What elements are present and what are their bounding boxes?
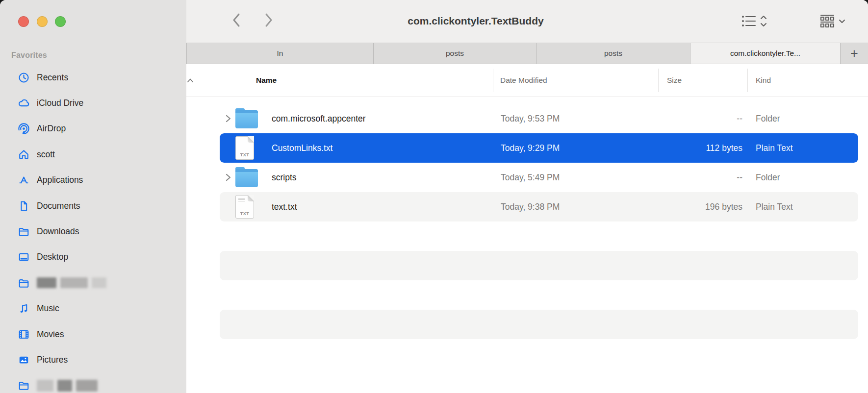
- sidebar-item-label: AirDrop: [37, 123, 66, 134]
- sidebar-item-label: Documents: [37, 201, 80, 211]
- column-header-size[interactable]: Size: [667, 64, 682, 97]
- sidebar-item-label: Movies: [37, 329, 64, 340]
- file-date-modified: Today, 5:49 PM: [501, 163, 560, 192]
- chevron-left-icon: [231, 13, 241, 29]
- column-header-date-modified[interactable]: Date Modified: [500, 64, 547, 97]
- sidebar-item-label: Music: [37, 303, 59, 314]
- app-store-icon: [17, 174, 30, 187]
- sidebar-item-recents[interactable]: Recents: [0, 65, 186, 90]
- tab-in[interactable]: In: [186, 43, 374, 64]
- file-kind: Folder: [756, 163, 780, 192]
- sidebar-item-redacted[interactable]: [0, 373, 186, 393]
- sidebar-item-label: Recents: [37, 73, 68, 83]
- sidebar-item-label: Downloads: [37, 226, 79, 237]
- sidebar-item-label: iCloud Drive: [37, 98, 83, 108]
- sidebar-item-airdrop[interactable]: AirDrop: [0, 116, 186, 142]
- document-icon: [17, 199, 30, 212]
- sidebar-item-label: Applications: [37, 175, 83, 185]
- sidebar-item-movies[interactable]: Movies: [0, 321, 186, 347]
- sidebar-item-icloud-drive[interactable]: iCloud Drive: [0, 90, 186, 116]
- window-title: com.clickontyler.TextBuddy: [304, 0, 647, 42]
- view-mode-button[interactable]: [738, 0, 770, 42]
- sidebar-item-redacted[interactable]: [0, 270, 186, 295]
- gallery-grid-icon: [819, 14, 835, 28]
- cloud-icon: [17, 97, 30, 110]
- text-file-icon: TXT: [235, 133, 254, 163]
- new-tab-button[interactable]: +: [841, 43, 868, 64]
- forward-button[interactable]: [258, 10, 280, 31]
- column-divider[interactable]: [747, 69, 748, 92]
- sidebar-item-music[interactable]: Music: [0, 296, 186, 321]
- file-kind: Plain Text: [756, 133, 793, 163]
- sidebar-item-documents[interactable]: Documents: [0, 193, 186, 219]
- folder-icon: [17, 225, 30, 238]
- folder-icon: [235, 104, 258, 133]
- txt-badge: TXT: [236, 152, 254, 157]
- table-row[interactable]: com.microsoft.appcenter Today, 9:53 PM -…: [220, 104, 858, 133]
- folder-icon: [17, 379, 30, 392]
- desktop-icon: [17, 251, 30, 264]
- sidebar-item-label: Desktop: [37, 252, 68, 262]
- file-kind: Plain Text: [756, 192, 793, 221]
- disclosure-chevron-icon[interactable]: [223, 163, 233, 192]
- minimize-window-button[interactable]: [37, 16, 48, 27]
- sidebar-list: Recents iCloud Drive AirDrop scott Appli…: [0, 65, 186, 393]
- disclosure-chevron-icon[interactable]: [223, 104, 233, 133]
- redacted-label: [37, 277, 106, 288]
- sidebar-item-label: scott: [37, 149, 55, 160]
- back-button[interactable]: [226, 10, 247, 31]
- table-row[interactable]: TXT text.txt Today, 9:38 PM 196 bytes Pl…: [220, 192, 858, 221]
- txt-badge: TXT: [236, 211, 254, 216]
- chevron-down-icon: [838, 14, 846, 28]
- finder-window: Favorites Recents iCloud Drive AirDrop s…: [0, 0, 868, 393]
- file-name: CustomLinks.txt: [272, 133, 332, 163]
- file-kind: Folder: [756, 104, 780, 133]
- sidebar-section-favorites: Favorites: [11, 51, 47, 60]
- file-name: text.txt: [272, 192, 297, 221]
- home-icon: [17, 148, 30, 161]
- tab-com-clickontyler-active[interactable]: com.clickontyler.Te...: [690, 43, 841, 64]
- column-header-name[interactable]: Name: [256, 64, 277, 97]
- tab-bar: In posts posts com.clickontyler.Te... +: [186, 43, 868, 64]
- list-view-icon: [741, 14, 757, 28]
- sidebar-item-label: Pictures: [37, 355, 68, 365]
- close-window-button[interactable]: [18, 16, 29, 27]
- airdrop-icon: [17, 123, 30, 135]
- folder-icon: [17, 276, 30, 289]
- file-size: 196 bytes: [641, 192, 742, 221]
- folder-icon: [235, 163, 258, 192]
- sidebar-item-home-scott[interactable]: scott: [0, 142, 186, 167]
- table-row-selected[interactable]: TXT CustomLinks.txt Today, 9:29 PM 112 b…: [220, 133, 858, 163]
- music-note-icon: [17, 302, 30, 315]
- toolbar: com.clickontyler.TextBuddy: [186, 0, 868, 43]
- sidebar-item-pictures[interactable]: Pictures: [0, 347, 186, 372]
- film-icon: [17, 328, 30, 341]
- file-size: 112 bytes: [641, 133, 742, 163]
- file-name: com.microsoft.appcenter: [272, 104, 366, 133]
- zoom-window-button[interactable]: [55, 16, 66, 27]
- tab-posts-2[interactable]: posts: [536, 43, 690, 64]
- redacted-label: [37, 380, 98, 392]
- file-date-modified: Today, 9:53 PM: [501, 104, 560, 133]
- tab-posts[interactable]: posts: [374, 43, 536, 64]
- photo-icon: [17, 353, 30, 366]
- column-divider[interactable]: [493, 69, 493, 92]
- file-size: --: [641, 104, 742, 133]
- table-row[interactable]: scripts Today, 5:49 PM -- Folder: [220, 163, 858, 192]
- empty-row-stripe: [220, 310, 858, 339]
- sidebar: Favorites Recents iCloud Drive AirDrop s…: [0, 0, 186, 393]
- up-down-chevrons-icon: [760, 14, 767, 28]
- column-divider[interactable]: [658, 69, 659, 92]
- sidebar-item-downloads[interactable]: Downloads: [0, 219, 186, 244]
- file-date-modified: Today, 9:38 PM: [501, 192, 560, 221]
- clock-icon: [17, 71, 30, 84]
- column-header-kind[interactable]: Kind: [756, 64, 771, 97]
- file-date-modified: Today, 9:29 PM: [501, 133, 560, 163]
- group-by-button[interactable]: [817, 0, 849, 42]
- sidebar-item-desktop[interactable]: Desktop: [0, 245, 186, 270]
- column-header-row: Name Date Modified Size Kind: [186, 64, 868, 97]
- text-file-icon: TXT: [235, 192, 254, 221]
- sidebar-item-applications[interactable]: Applications: [0, 168, 186, 193]
- chevron-right-icon: [264, 13, 274, 29]
- content-area: com.clickontyler.TextBuddy: [186, 0, 868, 393]
